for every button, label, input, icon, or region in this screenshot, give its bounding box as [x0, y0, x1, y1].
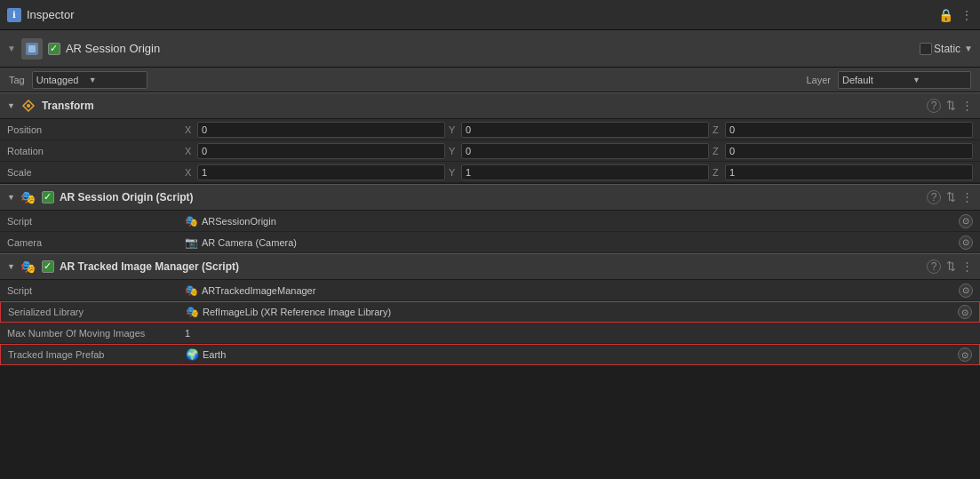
- transform-tune-icon[interactable]: ⇅: [946, 99, 956, 113]
- object-name: AR Session Origin: [66, 42, 914, 55]
- position-row: Position X Y Z: [0, 119, 980, 140]
- ar-script-row: Script 🎭 ARSessionOrigin ⊙: [0, 211, 980, 232]
- rotation-x-label: X: [185, 146, 195, 156]
- ar-session-origin-title: AR Session Origin (Script): [60, 191, 921, 204]
- svg-point-2: [27, 104, 30, 108]
- rotation-z-label: Z: [713, 146, 723, 156]
- layer-value: Default: [842, 75, 895, 85]
- position-x-label: X: [185, 124, 195, 135]
- scale-x-label: X: [185, 167, 195, 178]
- scale-y-label: Y: [449, 167, 459, 178]
- ar-session-origin-active-checkbox[interactable]: [42, 191, 54, 204]
- ar-script-circle-btn[interactable]: ⊙: [959, 214, 973, 228]
- transform-toggle[interactable]: ▼: [7, 101, 15, 110]
- transform-title: Transform: [42, 100, 921, 112]
- tracked-image-prefab-row: Tracked Image Prefab 🌍 Earth ⊙: [0, 344, 980, 365]
- ar-session-origin-props: Script 🎭 ARSessionOrigin ⊙ Camera 📷 AR C…: [0, 211, 980, 253]
- layer-dropdown-arrow: ▼: [912, 76, 965, 84]
- scale-values: X Y Z: [185, 164, 973, 180]
- ar-session-menu-icon[interactable]: ⋮: [961, 190, 973, 204]
- ar-camera-circle-btn[interactable]: ⊙: [959, 236, 973, 250]
- ar-tracked-tune-icon[interactable]: ⇅: [946, 259, 956, 274]
- ar-camera-row: Camera 📷 AR Camera (Camera) ⊙: [0, 232, 980, 253]
- scale-z-input[interactable]: [725, 164, 973, 180]
- tracked-image-prefab-icon: 🌍: [186, 348, 199, 361]
- tracked-image-prefab-name: Earth: [203, 349, 226, 360]
- ar-session-origin-toggle[interactable]: ▼: [7, 193, 15, 202]
- ar-tracked-image-title: AR Tracked Image Manager (Script): [60, 260, 921, 273]
- menu-icon[interactable]: ⋮: [960, 8, 973, 22]
- ar-script-label: Script: [7, 216, 185, 227]
- rotation-values: X Y Z: [185, 143, 973, 159]
- object-active-checkbox[interactable]: [48, 43, 60, 55]
- tag-dropdown[interactable]: Untagged ▼: [32, 71, 147, 89]
- tag-value: Untagged: [36, 75, 89, 85]
- transform-section-header: ▼ Transform ? ⇅ ⋮: [0, 92, 980, 119]
- layer-dropdown[interactable]: Default ▼: [838, 71, 971, 89]
- transform-icon: [20, 98, 36, 114]
- ar-tracked-image-header: ▼ 🎭 AR Tracked Image Manager (Script) ? …: [0, 253, 980, 280]
- position-y-input[interactable]: [461, 122, 709, 138]
- tracked-image-prefab-value: 🌍 Earth ⊙: [186, 347, 972, 362]
- max-moving-images-value: 1: [185, 328, 973, 339]
- ar-tracked-script-name: ARTrackedImageManager: [202, 285, 315, 296]
- layer-label: Layer: [806, 75, 831, 85]
- static-label: Static: [934, 43, 960, 55]
- ar-tracked-script-circle-btn[interactable]: ⊙: [959, 283, 973, 298]
- transform-props: Position X Y Z Rotation X Y: [0, 119, 980, 184]
- lock-icon[interactable]: 🔒: [938, 8, 953, 22]
- ar-tracked-image-active-checkbox[interactable]: [42, 260, 54, 273]
- ar-tracked-menu-icon[interactable]: ⋮: [961, 259, 973, 274]
- title-bar: ℹ Inspector 🔒 ⋮: [0, 0, 980, 30]
- position-y-label: Y: [449, 124, 459, 135]
- max-moving-images-num: 1: [185, 328, 190, 339]
- ar-session-help-icon[interactable]: ?: [927, 190, 941, 204]
- ar-session-origin-header: ▼ 🎭 AR Session Origin (Script) ? ⇅ ⋮: [0, 184, 980, 211]
- rotation-x-input[interactable]: [197, 143, 445, 159]
- rotation-row: Rotation X Y Z: [0, 140, 980, 162]
- serialized-library-circle-btn[interactable]: ⊙: [958, 305, 972, 319]
- ar-tracked-script-icon: 🎭: [185, 284, 198, 297]
- ar-camera-value: 📷 AR Camera (Camera) ⊙: [185, 236, 973, 250]
- tag-label: Tag: [9, 75, 25, 85]
- ar-tracked-script-value: 🎭 ARTrackedImageManager ⊙: [185, 283, 973, 298]
- ar-camera-icon: 📷: [185, 236, 198, 249]
- object-toggle-arrow[interactable]: ▼: [7, 44, 16, 53]
- position-z-label: Z: [713, 124, 723, 135]
- ar-script-name: ARSessionOrigin: [202, 216, 276, 227]
- serialized-library-row: Serialized Library 🎭 RefImageLib (XR Ref…: [0, 301, 980, 323]
- svg-rect-1: [28, 45, 36, 52]
- ar-tracked-image-toggle[interactable]: ▼: [7, 262, 15, 271]
- scale-x-input[interactable]: [197, 164, 445, 180]
- tracked-image-prefab-label: Tracked Image Prefab: [8, 349, 186, 360]
- rotation-y-input[interactable]: [461, 143, 709, 159]
- position-values: X Y Z: [185, 122, 973, 138]
- max-moving-images-label: Max Number Of Moving Images: [7, 328, 185, 339]
- rotation-y-label: Y: [449, 146, 459, 156]
- scale-y-input[interactable]: [461, 164, 709, 180]
- ar-session-origin-icon: 🎭: [20, 189, 36, 205]
- position-label: Position: [7, 124, 185, 135]
- tracked-image-prefab-circle-btn[interactable]: ⊙: [958, 347, 972, 362]
- ar-script-icon: 🎭: [185, 215, 198, 228]
- tag-dropdown-arrow: ▼: [89, 76, 141, 84]
- inspector-icon: ℹ: [7, 8, 21, 22]
- ar-tracked-image-icon: 🎭: [20, 259, 36, 275]
- serialized-library-name: RefImageLib (XR Reference Image Library): [203, 307, 391, 317]
- scale-label: Scale: [7, 167, 185, 178]
- transform-menu-icon[interactable]: ⋮: [961, 99, 973, 113]
- rotation-z-input[interactable]: [725, 143, 973, 159]
- ar-tracked-script-row: Script 🎭 ARTrackedImageManager ⊙: [0, 280, 980, 301]
- scale-z-label: Z: [713, 167, 723, 178]
- static-checkbox[interactable]: [920, 43, 932, 55]
- serialized-library-value: 🎭 RefImageLib (XR Reference Image Librar…: [186, 305, 972, 319]
- position-x-input[interactable]: [197, 122, 445, 138]
- transform-help-icon[interactable]: ?: [927, 99, 941, 113]
- ar-tracked-image-props: Script 🎭 ARTrackedImageManager ⊙ Seriali…: [0, 280, 980, 365]
- position-z-input[interactable]: [725, 122, 973, 138]
- serialized-library-label: Serialized Library: [8, 307, 186, 317]
- ar-tracked-help-icon[interactable]: ?: [927, 259, 941, 274]
- inspector-title: Inspector: [27, 8, 74, 21]
- ar-session-tune-icon[interactable]: ⇅: [946, 190, 956, 204]
- static-dropdown-arrow[interactable]: ▼: [964, 44, 973, 53]
